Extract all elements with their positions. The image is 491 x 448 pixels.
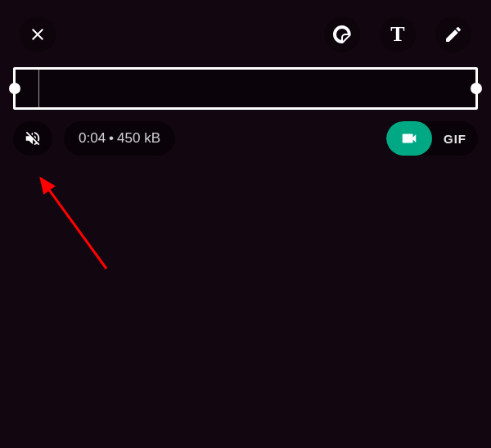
editor-top-bar: T bbox=[0, 0, 491, 61]
volume-off-icon bbox=[24, 129, 42, 147]
trimmer-frame-marker bbox=[38, 70, 39, 107]
sticker-button[interactable] bbox=[324, 16, 360, 52]
media-duration: 0:04 bbox=[79, 130, 106, 147]
mute-button[interactable] bbox=[13, 121, 52, 156]
info-separator: • bbox=[109, 130, 114, 147]
annotation-arrow bbox=[25, 170, 123, 285]
toggle-gif[interactable]: GIF bbox=[432, 121, 478, 156]
toggle-video[interactable] bbox=[386, 121, 432, 156]
media-info-pill: 0:04 • 450 kB bbox=[64, 121, 175, 156]
media-size: 450 kB bbox=[117, 130, 160, 147]
text-tool-button[interactable]: T bbox=[380, 16, 416, 52]
sticker-icon bbox=[332, 25, 352, 44]
video-camera-icon bbox=[400, 129, 418, 147]
draw-tool-button[interactable] bbox=[435, 16, 471, 52]
svg-line-0 bbox=[41, 179, 106, 269]
pencil-icon bbox=[444, 25, 463, 44]
trimmer-handle-end[interactable] bbox=[471, 83, 482, 94]
close-icon bbox=[28, 25, 47, 44]
close-button[interactable] bbox=[20, 16, 56, 52]
video-gif-toggle[interactable]: GIF bbox=[386, 121, 478, 156]
text-tool-icon: T bbox=[390, 22, 404, 47]
trimmer-handle-start[interactable] bbox=[9, 83, 20, 94]
top-left-actions bbox=[20, 16, 56, 52]
video-trimmer[interactable] bbox=[13, 67, 478, 110]
top-right-tools: T bbox=[324, 16, 471, 52]
media-info-row: 0:04 • 450 kB GIF bbox=[0, 121, 491, 156]
gif-label: GIF bbox=[444, 132, 466, 146]
